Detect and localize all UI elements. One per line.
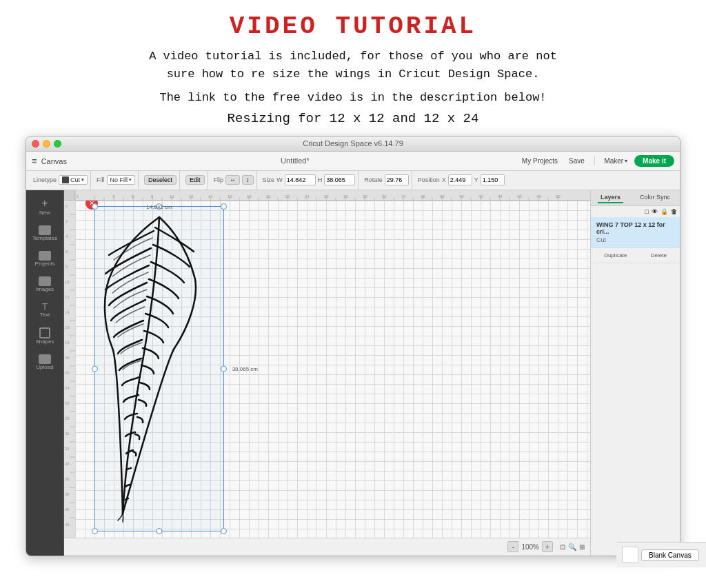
wing-svg <box>99 210 220 527</box>
svg-text:24: 24 <box>65 386 70 390</box>
handle-bottom-center[interactable] <box>157 528 163 534</box>
svg-text:10: 10 <box>65 280 70 284</box>
toolbar: Linetype Cut ▾ Fill No Fill ▾ Deselect E… <box>26 171 680 190</box>
handle-bottom-left[interactable] <box>92 528 98 534</box>
my-projects-button[interactable]: My Projects <box>518 156 562 166</box>
canvas-area: 0 4 6 8 <box>64 190 590 556</box>
panel-eye-icon[interactable]: 👁 <box>652 208 658 215</box>
width-input[interactable] <box>285 174 316 185</box>
svg-text:32: 32 <box>382 194 387 199</box>
zoom-level: 100% <box>521 543 539 551</box>
tab-layers[interactable]: Layers <box>598 192 623 203</box>
grid-icon[interactable]: ⊞ <box>579 543 585 551</box>
y-label: Y <box>474 176 478 183</box>
rotate-label: Rotate <box>364 176 383 183</box>
svg-text:22: 22 <box>65 371 70 375</box>
height-input[interactable] <box>324 174 355 185</box>
toolbar-linetype: Linetype Cut ▾ <box>30 171 91 190</box>
subtitle-line2: sure how to re size the wings in Cricut … <box>167 68 540 81</box>
ruler-corner <box>64 190 75 201</box>
sidebar-item-templates[interactable]: Templates <box>30 223 60 244</box>
handle-middle-left[interactable] <box>92 365 98 372</box>
minimize-button[interactable] <box>43 140 50 148</box>
panel-icons: □ 👁 🔒 🗑 <box>591 206 680 217</box>
toolbar-deselect: Deselect <box>141 171 180 190</box>
fill-label: Fill <box>97 176 105 183</box>
layer-item[interactable]: WING 7 TOP 12 x 12 for cri... Cut <box>591 217 680 248</box>
handle-top-right[interactable] <box>221 203 227 210</box>
svg-text:48: 48 <box>536 194 541 199</box>
blank-canvas-section: Blank Canvas <box>616 542 680 556</box>
blank-canvas-row: Blank Canvas <box>622 547 680 556</box>
close-button[interactable] <box>32 140 39 148</box>
shapes-label: Shapes <box>35 338 54 345</box>
zoom-out-button[interactable]: - <box>507 541 518 552</box>
panel-group-icon[interactable]: □ <box>645 208 649 215</box>
toolbar-position: Position X Y <box>415 171 507 190</box>
svg-text:26: 26 <box>324 194 329 199</box>
handle-top-left[interactable] <box>92 203 98 210</box>
svg-text:24: 24 <box>305 194 310 199</box>
svg-text:10: 10 <box>170 194 174 199</box>
sidebar-item-text[interactable]: T Text <box>30 299 60 321</box>
svg-text:40: 40 <box>459 194 464 199</box>
sidebar-item-projects[interactable]: Projects <box>30 248 60 270</box>
y-input[interactable] <box>481 174 505 185</box>
delete-layer-button[interactable]: Delete <box>649 251 669 260</box>
right-panel: Layers Color Sync □ 👁 🔒 🗑 WING 7 TOP 12 … <box>590 190 680 556</box>
svg-text:30: 30 <box>65 432 70 436</box>
app-body: + New Templates Projects Images T T <box>26 190 680 556</box>
svg-text:44: 44 <box>498 194 503 199</box>
maximize-button[interactable] <box>54 140 61 148</box>
layer-item-sub: Cut <box>596 236 674 243</box>
ruler-row: 0 4 6 8 <box>64 190 590 201</box>
ruler-top-svg: 0 4 6 8 <box>75 190 590 201</box>
w-label: W <box>276 176 283 183</box>
images-label: Images <box>36 286 54 292</box>
save-button[interactable]: Save <box>565 156 589 166</box>
canvas-grid[interactable]: ✕ 14.842 cm <box>75 201 590 538</box>
svg-text:36: 36 <box>421 194 425 199</box>
fill-chevron: ▾ <box>129 177 132 183</box>
sidebar-item-images[interactable]: Images <box>30 274 60 295</box>
panel-header: Layers Color Sync <box>591 190 680 206</box>
projects-icon <box>39 251 51 261</box>
ruler-left: 0 2 4 6 8 10 <box>64 201 75 538</box>
text-label: Text <box>40 312 50 318</box>
make-it-button[interactable]: Make it <box>634 155 674 167</box>
x-input[interactable] <box>448 174 472 185</box>
deselect-button[interactable]: Deselect <box>144 175 176 185</box>
rotate-input[interactable] <box>385 174 409 185</box>
blank-canvas-button[interactable]: Blank Canvas <box>641 549 680 556</box>
toolbar-size: Size W H <box>260 171 359 190</box>
duplicate-button[interactable]: Duplicate <box>602 251 629 260</box>
handle-bottom-right[interactable] <box>221 528 227 534</box>
flip-v-button[interactable]: ↕ <box>242 175 254 185</box>
maker-button[interactable]: Maker ▾ <box>600 156 632 166</box>
svg-text:50: 50 <box>556 194 561 199</box>
panel-lock-icon[interactable]: 🔒 <box>660 208 668 215</box>
width-dimension-label: 14.842 cm <box>146 204 172 210</box>
plus-icon: + <box>39 197 51 210</box>
sidebar-item-shapes[interactable]: Shapes <box>30 325 60 347</box>
handle-middle-right[interactable] <box>221 365 227 372</box>
edit-button[interactable]: Edit <box>185 175 205 185</box>
linetype-chevron: ▾ <box>81 177 84 183</box>
zoom-in-button[interactable]: + <box>542 541 553 552</box>
fill-select[interactable]: No Fill ▾ <box>107 175 136 185</box>
sidebar-item-new[interactable]: + New <box>30 194 60 219</box>
panel-delete-icon[interactable]: 🗑 <box>671 208 677 215</box>
toolbar-rotate: Rotate <box>361 171 412 190</box>
sidebar-item-upload[interactable]: Upload <box>30 352 60 373</box>
x-label: X <box>442 176 446 183</box>
flip-h-button[interactable]: ↔ <box>225 175 240 185</box>
svg-text:16: 16 <box>228 194 232 199</box>
linetype-select[interactable]: Cut ▾ <box>59 175 88 185</box>
traffic-lights <box>32 140 61 148</box>
svg-text:12: 12 <box>65 295 70 299</box>
height-dimension-label: 38.065 cm <box>232 365 258 372</box>
tab-title: Untitled* <box>75 156 515 165</box>
zoom-icon[interactable]: 🔍 <box>568 543 576 551</box>
fit-button[interactable]: ⊡ <box>560 543 565 551</box>
tab-color-sync[interactable]: Color Sync <box>637 192 673 203</box>
